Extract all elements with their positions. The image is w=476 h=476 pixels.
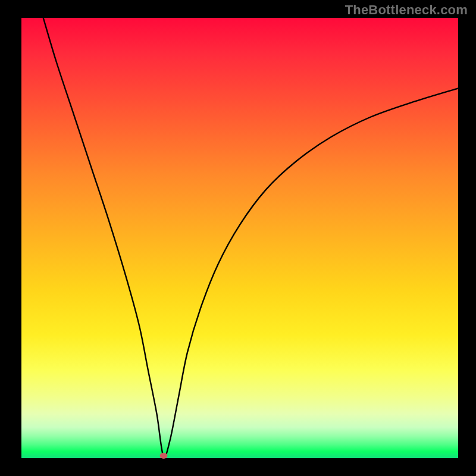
optimum-marker [159,453,167,459]
watermark-text: TheBottleneck.com [345,2,468,18]
curve-svg [21,18,458,458]
bottleneck-curve [43,18,458,457]
plot-area [21,18,458,458]
chart-frame: TheBottleneck.com [0,0,476,476]
